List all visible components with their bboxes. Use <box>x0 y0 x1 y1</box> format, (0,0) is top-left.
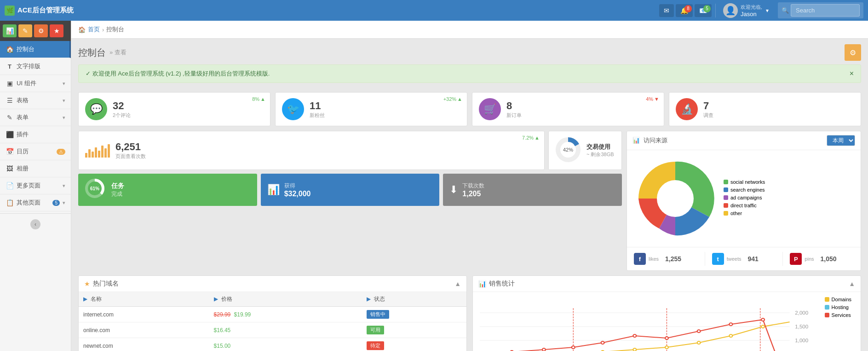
visit-period-select[interactable]: 本周 <box>827 135 855 146</box>
pageviews-info: 6,251 页面查看次数 <box>115 141 538 160</box>
tweets-count: 941 <box>747 255 758 263</box>
table-header-row: ▶ 名称 ▶ 价格 ▶ 状态 <box>79 292 466 307</box>
sidebar-item-form[interactable]: ✎ 表单 ▾ <box>0 109 71 126</box>
downloads-label: 下载次数 <box>462 182 484 190</box>
pie-legend: social networks search engines ad campai… <box>724 179 765 218</box>
brand-title: ACE后台管理系统 <box>17 6 74 15</box>
breadcrumb-current: 控制台 <box>106 25 124 34</box>
svg-point-28 <box>665 346 668 349</box>
legend-services: Services <box>825 312 851 318</box>
other-pages-icon: 📋 <box>6 199 14 206</box>
hot-domains-title: 热门域名 <box>93 280 119 288</box>
tool-btn-star[interactable]: ★ <box>50 24 63 37</box>
sidebar-label-gallery: 相册 <box>17 164 65 173</box>
sidebar-item-more-pages[interactable]: 📄 更多页面 ▾ <box>0 177 71 194</box>
bar-3 <box>92 152 94 158</box>
svg-text:1,500: 1,500 <box>795 324 808 329</box>
task-card: 61% 任务 完成 <box>78 174 257 206</box>
user-name: Jason <box>741 11 762 18</box>
sales-chart-svg: 2,000 1,500 1,000 0.500 0.000 -0.500 <box>480 299 854 351</box>
page-title-area: 控制台 » 查看 <box>78 47 126 59</box>
sidebar-item-gallery[interactable]: 🖼 相册 <box>0 160 71 177</box>
settings-button[interactable]: ⚙ <box>845 44 861 61</box>
user-info: 欢迎光临, Jason <box>741 4 762 18</box>
user-menu[interactable]: 👤 欢迎光临, Jason ▾ <box>719 1 772 20</box>
sidebar-label-more-pages: 更多页面 <box>17 181 60 190</box>
sidebar-item-dashboard[interactable]: 🏠 控制台 <box>0 41 71 58</box>
bar-7 <box>104 148 107 158</box>
pie-chart <box>634 157 717 240</box>
sidebar-toolbar: 📊 ✎ ⚙ ★ <box>0 21 71 41</box>
bar-6 <box>101 146 103 158</box>
earnings-value: $32,000 <box>284 190 311 198</box>
facebook-stats: f likes 1,255 <box>634 253 698 265</box>
social-label: social networks <box>730 179 765 185</box>
form-icon: ✎ <box>6 114 14 121</box>
breadcrumb: 🏠 首页 › 控制台 <box>71 21 868 39</box>
sidebar-item-table[interactable]: ☰ 表格 ▾ <box>0 92 71 109</box>
stat-card-storage: 42% 交易使用 ~ 剩余38GB <box>548 131 622 170</box>
earnings-icon: 📊 <box>267 184 280 196</box>
table-row: internet.com $29.99 $19.99 销售中 <box>79 307 466 322</box>
sidebar-label-other-pages: 其他页面 <box>17 199 50 207</box>
tool-btn-chart[interactable]: 📊 <box>3 24 17 37</box>
mail-button[interactable]: ✉ <box>659 4 674 17</box>
stat-card-pageviews: 6,251 页面查看次数 7.2% ▲ <box>78 131 545 170</box>
sidebar-item-typography[interactable]: T 文字排版 <box>0 58 71 75</box>
followers-info: 11 新粉丝 <box>310 100 460 119</box>
new-price-1: $19.99 <box>234 311 251 318</box>
task-icon: 61% <box>85 178 105 201</box>
pageviews-label: 页面查看次数 <box>115 153 538 160</box>
tool-btn-edit[interactable]: ✎ <box>18 24 32 37</box>
table-arrow: ▾ <box>63 98 65 104</box>
surveys-number: 7 <box>703 100 854 112</box>
pins-count: 1,050 <box>821 255 837 263</box>
sidebar-item-plugin[interactable]: ⬛ 插件 <box>0 126 71 143</box>
sidebar-collapse-button[interactable]: ‹ <box>30 219 40 229</box>
twitter-icon: t <box>712 253 724 265</box>
domain-price-2: $16.45 <box>209 322 362 338</box>
legend-hosting: Hosting <box>825 304 851 310</box>
orders-info: 8 新订单 <box>506 100 657 119</box>
envelope-button[interactable]: 📧 5 <box>695 4 712 17</box>
svg-point-46 <box>601 341 604 344</box>
sidebar-label-typography: 文字排版 <box>17 62 65 70</box>
calendar-badge: ⚠ <box>57 149 65 155</box>
comments-info: 32 2个评论 <box>113 100 264 119</box>
alert-close-button[interactable]: × <box>850 70 854 78</box>
price-3: $15.00 <box>214 343 231 349</box>
visit-panel-title-area: 📊 访问来源 <box>632 136 667 145</box>
hot-domains-collapse-button[interactable]: ▲ <box>454 280 461 287</box>
form-arrow: ▾ <box>63 115 65 121</box>
sidebar-item-calendar[interactable]: 📅 日历 ⚠ <box>0 143 71 160</box>
page-subtitle: » 查看 <box>109 48 126 57</box>
visit-panel: 📊 访问来源 本周 <box>627 131 861 271</box>
sidebar-item-other-pages[interactable]: 📋 其他页面 5 ▾ <box>0 194 71 211</box>
svg-point-48 <box>665 337 668 339</box>
svg-text:42%: 42% <box>563 147 573 152</box>
services-legend-label: Services <box>832 312 851 318</box>
sidebar-item-ui[interactable]: ▣ UI 组件 ▾ <box>0 75 71 92</box>
surveys-label: 调查 <box>703 112 854 119</box>
tool-btn-settings[interactable]: ⚙ <box>34 24 48 37</box>
followers-trend: +32% ▲ <box>443 96 462 102</box>
hot-domains-title-area: ★ 热门域名 <box>84 280 119 288</box>
home-icon: 🏠 <box>78 26 86 33</box>
likes-info: likes <box>649 256 659 262</box>
breadcrumb-home[interactable]: 首页 <box>88 25 100 34</box>
brand: 🌿 ACE后台管理系统 <box>5 6 74 16</box>
svg-point-47 <box>633 334 636 337</box>
pinterest-stats: P pins 1,050 <box>790 253 854 265</box>
status-badge-3: 待定 <box>367 341 384 350</box>
svg-point-51 <box>761 318 765 321</box>
bar-4 <box>95 147 97 158</box>
col-status-header: ▶ 状态 <box>362 292 466 307</box>
search-input[interactable] <box>791 4 860 17</box>
storage-donut: 42% <box>555 137 581 164</box>
pageviews-trend: 7.2% ▲ <box>522 135 540 140</box>
svg-point-50 <box>729 323 732 326</box>
tweets-info: tweets <box>727 256 742 262</box>
sales-stats-collapse-button[interactable]: ▲ <box>849 280 855 287</box>
bell-button[interactable]: 🔔 8 <box>676 4 693 17</box>
svg-text:1,000: 1,000 <box>795 338 808 343</box>
